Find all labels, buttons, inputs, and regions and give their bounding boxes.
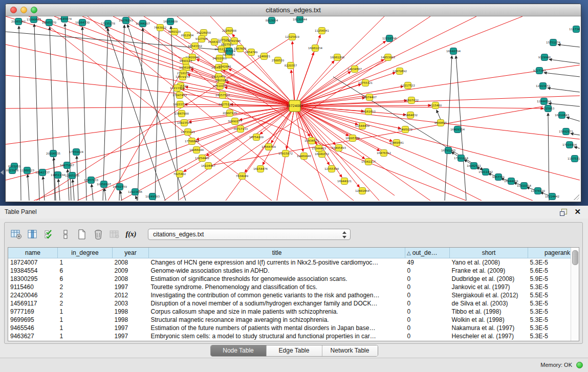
table-row[interactable]: 911546021997Tourette syndrome. Phenomeno… — [8, 283, 579, 291]
table-cell[interactable]: Estimation of significance thresholds fo… — [149, 275, 405, 283]
table-cell[interactable]: Franke et al. (2009) — [450, 267, 528, 275]
table-cell[interactable]: 1997 — [113, 283, 149, 291]
node-table[interactable]: namein_degreeyeartitle△out_de…shortpager… — [8, 247, 579, 341]
table-row[interactable]: 946362711997Embryonic stem cells: a mode… — [8, 332, 579, 340]
table-cell[interactable]: 22420046 — [8, 291, 58, 299]
table-cell[interactable]: Dudbridge et al. (2008) — [450, 275, 528, 283]
table-cell[interactable]: Tibbo et al. (1998) — [450, 308, 528, 316]
node-table-grid[interactable]: namein_degreeyeartitle△out_de…shortpager… — [8, 248, 579, 340]
table-cell[interactable]: 18724007 — [8, 258, 58, 267]
table-scrollbar-thumb[interactable] — [572, 250, 578, 265]
tab-network-table[interactable]: Network Table — [322, 345, 378, 356]
table-cell[interactable]: Investigating the contribution of common… — [149, 291, 405, 299]
table-cell[interactable]: Corpus callosum shape and size in male p… — [149, 308, 405, 316]
table-cell[interactable]: Tourette syndrome. Phenomenology and cla… — [149, 283, 405, 291]
zoom-window-button[interactable] — [31, 7, 37, 13]
table-cell[interactable]: 49 — [405, 258, 450, 267]
table-cell[interactable]: 0 — [405, 332, 450, 340]
table-cell[interactable]: 1997 — [113, 332, 149, 340]
table-cell[interactable]: de Silva et al. (2003) — [450, 299, 528, 308]
table-cell[interactable]: 2008 — [113, 275, 149, 283]
table-cell[interactable]: 1998 — [113, 316, 149, 324]
table-cell[interactable]: 19384554 — [8, 267, 58, 275]
network-window-titlebar[interactable]: citations_edges.txt — [6, 4, 581, 16]
table-row[interactable]: 969969511998Structural magnetic resonanc… — [8, 316, 579, 324]
table-row[interactable]: 1938455462009Genome-wide association stu… — [8, 267, 579, 275]
table-cell[interactable]: 0 — [405, 275, 450, 283]
table-cell[interactable]: 1997 — [113, 324, 149, 332]
table-cell[interactable]: 6 — [58, 267, 113, 275]
delete-rows-icon[interactable] — [92, 228, 105, 241]
network-view-window[interactable]: citations_edges.txt 16061234180612981203… — [5, 4, 581, 202]
table-cell[interactable]: Genome-wide association studies in ADHD. — [149, 267, 405, 275]
table-cell[interactable]: 2012 — [113, 291, 149, 299]
tab-edge-table[interactable]: Edge Table — [267, 345, 322, 356]
table-cell[interactable]: Changes of HCN gene expression and I(f) … — [149, 258, 405, 267]
table-cell[interactable]: Stergiakouli et al. (2012) — [450, 291, 528, 299]
table-row[interactable]: 2242004622012Investigating the contribut… — [8, 291, 579, 299]
table-cell[interactable]: Wolkin et al. (1998) — [450, 316, 528, 324]
import-table-icon[interactable] — [108, 228, 121, 241]
table-cell[interactable]: 0 — [405, 316, 450, 324]
row-height-icon[interactable] — [59, 228, 72, 241]
table-cell[interactable]: 6 — [58, 275, 113, 283]
citation-network-graph[interactable]: 1606123418061298120345671775532116074487… — [6, 16, 580, 201]
table-cell[interactable]: Disruption of a novel member of a sodium… — [149, 299, 405, 308]
network-canvas[interactable]: 1606123418061298120345671775532116074487… — [6, 16, 580, 201]
table-cell[interactable]: 18300295 — [8, 275, 58, 283]
select-rows-icon[interactable] — [42, 228, 56, 241]
table-settings-icon[interactable] — [10, 228, 23, 241]
table-cell[interactable]: Jankovic et al. (1997) — [450, 283, 528, 291]
table-cell[interactable]: 0 — [405, 308, 450, 316]
table-cell[interactable]: Embryonic stem cells: a model to study s… — [149, 332, 405, 340]
panel-collapse-arrow-icon[interactable] — [1, 170, 4, 175]
table-cell[interactable]: 1 — [58, 316, 113, 324]
table-scrollbar[interactable] — [571, 248, 579, 341]
table-cell[interactable]: 2003 — [113, 299, 149, 308]
table-cell[interactable]: Hescheler et al. (1997) — [450, 332, 528, 340]
column-header-name[interactable]: name — [8, 248, 58, 258]
table-selector-dropdown[interactable]: citations_edges.txt — [148, 229, 351, 240]
table-cell[interactable]: Nakamura et al. (1997) — [450, 324, 528, 332]
close-panel-icon[interactable]: ✕ — [574, 207, 581, 216]
minimize-window-button[interactable] — [20, 7, 27, 13]
column-header-short[interactable]: short — [450, 248, 528, 258]
table-cell[interactable]: 0 — [405, 324, 450, 332]
table-cell[interactable]: 2009 — [113, 267, 149, 275]
table-cell[interactable]: Yano et al. (2008) — [450, 258, 528, 267]
table-cell[interactable]: 9465546 — [8, 324, 58, 332]
table-row[interactable]: 977716911998Corpus callosum shape and si… — [8, 308, 579, 316]
column-header-title[interactable]: title — [149, 248, 405, 258]
table-cell[interactable]: Structural magnetic resonance image aver… — [149, 316, 405, 324]
table-cell[interactable]: 2 — [58, 291, 113, 299]
table-cell[interactable]: 0 — [405, 299, 450, 308]
column-header-in_degree[interactable]: in_degree — [58, 248, 113, 258]
table-cell[interactable]: 9463627 — [8, 332, 58, 340]
table-cell[interactable]: 1 — [58, 324, 113, 332]
table-cell[interactable]: 1 — [58, 258, 113, 267]
table-cell[interactable]: 2008 — [113, 258, 149, 267]
table-cell[interactable]: 9115460 — [8, 283, 58, 291]
table-row[interactable]: 946554611997Estimation of the future num… — [8, 324, 579, 332]
table-cell[interactable]: 0 — [405, 283, 450, 291]
table-cell[interactable]: 9777169 — [8, 308, 58, 316]
table-row[interactable]: 1456911722003Disruption of a novel membe… — [8, 299, 579, 308]
table-cell[interactable]: 2 — [58, 283, 113, 291]
new-table-icon[interactable] — [75, 228, 89, 241]
table-cell[interactable]: 0 — [405, 267, 450, 275]
table-cell[interactable]: 1998 — [113, 308, 149, 316]
table-cell[interactable]: 0 — [405, 291, 450, 299]
float-panel-icon[interactable] — [560, 209, 567, 215]
close-window-button[interactable] — [10, 7, 17, 13]
column-header-out_de[interactable]: △out_de… — [405, 248, 450, 258]
show-columns-icon[interactable] — [26, 228, 39, 241]
memory-ok-indicator-icon[interactable] — [576, 362, 583, 368]
table-cell[interactable]: 2 — [58, 299, 113, 308]
table-row[interactable]: 1872400712008Changes of HCN gene express… — [8, 258, 579, 267]
table-row[interactable]: 1830029562008Estimation of significance … — [8, 275, 579, 283]
table-cell[interactable]: 1 — [58, 308, 113, 316]
table-cell[interactable]: 14569117 — [8, 299, 58, 308]
column-header-year[interactable]: year — [113, 248, 149, 258]
table-cell[interactable]: Estimation of the future numbers of pati… — [149, 324, 405, 332]
function-builder-icon[interactable]: f(x) — [124, 228, 138, 241]
